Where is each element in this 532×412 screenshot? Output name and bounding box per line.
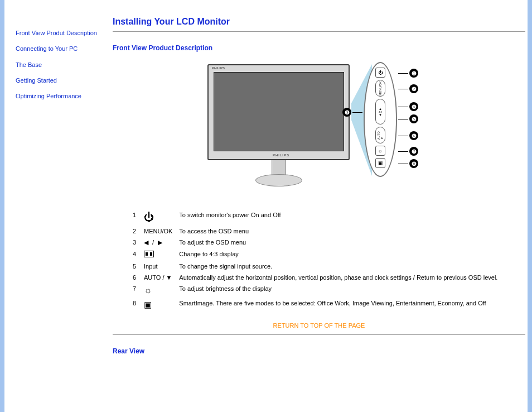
left-accent-bar	[0, 0, 4, 412]
right-accent-bar	[528, 0, 532, 412]
callout-5: ❺	[409, 114, 418, 123]
panel-auto-button: AUTO ▼	[375, 127, 385, 143]
panel-smart-button: ▣	[375, 158, 385, 168]
callout-7: ❼	[409, 147, 418, 156]
input-label: Input	[141, 261, 176, 272]
sidebar-item-connecting[interactable]: Connecting to Your PC	[16, 45, 99, 52]
power-icon: ⏻	[144, 212, 154, 223]
aspect-icon	[144, 251, 154, 257]
callout-1: ❶	[409, 69, 418, 78]
divider	[113, 334, 525, 335]
control-panel: ⏻ MENU/OK ▲4:3▼ AUTO ▼ ☼ ▣	[364, 62, 397, 177]
divider	[113, 31, 525, 32]
table-row: 5InputTo change the signal input source.	[129, 261, 501, 272]
table-row: 7☼To adjust brightness of the display	[129, 283, 501, 298]
sidebar-item-getting-started[interactable]: Getting Started	[16, 76, 99, 84]
sidebar-item-base[interactable]: The Base	[16, 61, 99, 69]
table-row: 2MENU/OKTo access the OSD menu	[129, 226, 501, 237]
panel-bright-button: ☼	[375, 146, 385, 156]
main-content: Installing Your LCD Monitor Front View P…	[99, 0, 528, 412]
table-row: 8▣SmartImage. There are five modes to be…	[129, 298, 501, 312]
brand-label: PHILIPS	[212, 66, 225, 70]
sidebar-item-optimizing[interactable]: Optimizing Performance	[16, 92, 99, 100]
table-row: 1⏻To switch monitor's power On and Off	[129, 209, 501, 226]
table-row: 3◀ / ▶To adjust the OSD menu	[129, 237, 501, 248]
brightness-icon: ☼	[144, 285, 152, 295]
table-row: 4Change to 4:3 display	[129, 248, 501, 261]
sidebar-item-front-view[interactable]: Front View Produt Description	[16, 29, 99, 37]
panel-menu-button: MENU/OK	[375, 80, 385, 97]
smartimage-icon: ▣	[144, 300, 152, 309]
arrows-icon: ◀ / ▶	[144, 239, 163, 246]
return-to-top-link[interactable]: RETURN TO TOP OF THE PAGE	[273, 322, 365, 329]
panel-power-button: ⏻	[375, 68, 385, 78]
callout-8: ❽	[409, 159, 418, 168]
section-heading-rear-view: Rear View	[113, 347, 525, 355]
panel-adjust-button: ▲4:3▼	[375, 99, 385, 124]
table-row: 6AUTO / ▼Automatically adjust the horizo…	[129, 272, 501, 283]
callout-3: ❸	[342, 108, 351, 117]
brand-label-center: PHILIPS	[273, 154, 289, 157]
monitor-front-figure: PHILIPS PHILIPS ⏻ MENU/OK ▲4:3▼ AUTO ▼ ☼…	[202, 64, 436, 193]
callout-4: ❹	[409, 102, 418, 111]
page-title: Installing Your LCD Monitor	[113, 17, 525, 27]
sidebar: Front View Produt Description Connecting…	[16, 0, 99, 412]
functions-table: 1⏻To switch monitor's power On and Off 2…	[129, 209, 501, 312]
callout-2: ❷	[409, 84, 418, 93]
menu-ok-label: MENU/OK	[141, 226, 176, 237]
callout-6: ❻	[409, 131, 418, 140]
auto-label: AUTO / ▼	[141, 272, 176, 283]
section-heading-front-view: Front View Product Description	[113, 44, 525, 52]
